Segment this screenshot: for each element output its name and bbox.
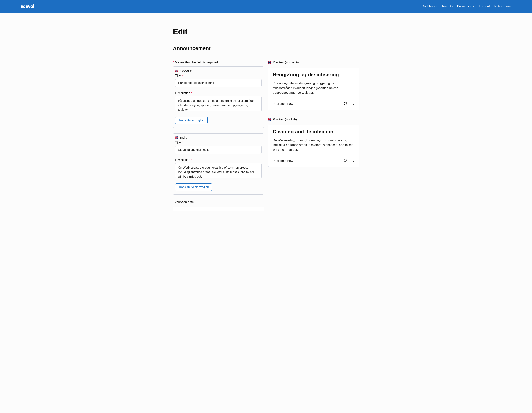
uk-flag-icon bbox=[268, 118, 271, 121]
view-count-icon bbox=[349, 159, 351, 163]
description-label-en: Description * bbox=[175, 158, 262, 162]
lang-header-english: English bbox=[175, 136, 262, 139]
preview-description-en: On Wednesday, thorough cleaning of commo… bbox=[273, 138, 354, 152]
nav-account[interactable]: Account bbox=[478, 4, 490, 8]
preview-label-english: Preview (english) bbox=[268, 118, 359, 121]
description-input-norwegian[interactable] bbox=[175, 96, 262, 111]
description-input-english[interactable] bbox=[175, 163, 262, 178]
title-label-en: Title * bbox=[175, 141, 262, 144]
lang-name-english: English bbox=[180, 136, 189, 139]
required-note: * Means that the field is required bbox=[173, 61, 264, 64]
nav-tenants[interactable]: Tenants bbox=[442, 4, 453, 8]
lang-header-norwegian: Norwegian bbox=[175, 69, 262, 72]
published-status-en: Published now bbox=[273, 159, 293, 163]
translate-to-norwegian-button[interactable]: Translate to Norwegian bbox=[175, 183, 212, 191]
title-input-norwegian[interactable] bbox=[175, 79, 262, 87]
view-count-en: 0 bbox=[353, 159, 354, 163]
lang-box-english: English Title * Description * Translate … bbox=[173, 133, 264, 195]
nav-notifications[interactable]: Notifications bbox=[494, 4, 511, 8]
title-input-english[interactable] bbox=[175, 146, 262, 154]
brand-logo[interactable]: adevoi bbox=[21, 4, 34, 9]
view-count-no: 0 bbox=[353, 102, 354, 106]
nav-links: Dashboard Tenants Publications Account N… bbox=[422, 4, 511, 8]
norway-flag-icon bbox=[175, 70, 178, 72]
preview-card-english: Cleaning and disinfection On Wednesday, … bbox=[268, 125, 359, 167]
description-label-no: Description * bbox=[175, 91, 262, 95]
nav-publications[interactable]: Publications bbox=[457, 4, 474, 8]
expiration-date-picker[interactable] bbox=[173, 206, 264, 211]
refresh-icon bbox=[343, 158, 347, 163]
top-navbar: adevoi Dashboard Tenants Publications Ac… bbox=[0, 0, 532, 13]
expiration-date-label: Expiration date bbox=[173, 200, 264, 204]
refresh-icon bbox=[343, 101, 347, 106]
uk-flag-icon bbox=[175, 137, 178, 139]
preview-card-norwegian: Rengjøring og desinfisering På onsdag ut… bbox=[268, 68, 359, 110]
preview-title-en: Cleaning and disinfection bbox=[273, 129, 354, 135]
preview-label-norwegian: Preview (norwegian) bbox=[268, 61, 359, 64]
title-label-no: Title * bbox=[175, 74, 262, 77]
nav-dashboard[interactable]: Dashboard bbox=[422, 4, 437, 8]
section-title: Announcement bbox=[173, 46, 359, 51]
preview-description-no: På onsdag utføres det grundig rengjøring… bbox=[273, 81, 354, 95]
preview-title-no: Rengjøring og desinfisering bbox=[273, 72, 354, 78]
norway-flag-icon bbox=[268, 61, 271, 64]
lang-box-norwegian: Norwegian Title * Description * Translat… bbox=[173, 66, 264, 128]
page-title: Edit bbox=[173, 27, 359, 36]
view-count-icon bbox=[349, 102, 351, 106]
published-status-no: Published now bbox=[273, 102, 293, 106]
lang-name-norwegian: Norwegian bbox=[180, 69, 192, 72]
translate-to-english-button[interactable]: Translate to English bbox=[175, 117, 208, 124]
